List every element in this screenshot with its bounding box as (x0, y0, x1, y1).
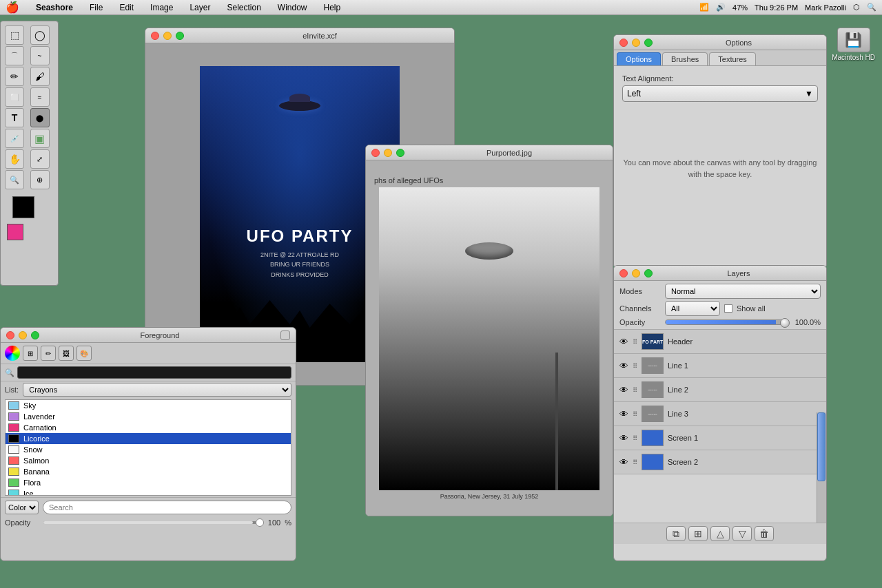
options-close-button[interactable] (619, 39, 628, 47)
layer-line2[interactable]: 👁 ⠿ ········ Line 2 (614, 378, 826, 402)
layers-scrollbar[interactable] (817, 412, 826, 523)
rect-select-tool[interactable]: ⬚ (5, 25, 24, 45)
channels-select[interactable]: All (665, 301, 720, 316)
delete-layer-button[interactable]: 🗑 (755, 526, 774, 541)
layers-max-button[interactable] (644, 269, 653, 277)
tab-options[interactable]: Options (617, 52, 661, 65)
app-name[interactable]: Seashore (33, 3, 76, 12)
image-menu[interactable]: Image (147, 3, 176, 12)
layer-thumb-line3: ········ (642, 406, 664, 422)
fg-search-input[interactable] (17, 366, 291, 379)
help-menu[interactable]: Help (321, 3, 344, 12)
color-lavender[interactable]: Lavender (6, 411, 291, 422)
fg-collapse-button[interactable] (280, 330, 290, 340)
layer-header[interactable]: 👁 ⠿ UFO PARTY Header (614, 330, 826, 354)
add-layer-button[interactable]: ⊞ (688, 526, 708, 541)
free-lasso-tool[interactable]: ~ (30, 46, 50, 65)
color-snow[interactable]: Snow (6, 444, 291, 455)
options-min-button[interactable] (632, 39, 640, 47)
mac-hd-icon[interactable]: 💾 Macintosh HD (832, 28, 875, 61)
layer-eye-line2[interactable]: 👁 (619, 385, 628, 395)
show-all-checkbox[interactable] (724, 304, 732, 313)
text-tool[interactable]: T (5, 108, 24, 127)
purported-min-button[interactable] (384, 149, 392, 157)
crayon-icon[interactable]: ✏ (41, 346, 56, 361)
layers-close-button[interactable] (619, 269, 628, 277)
move-tool[interactable]: ⤢ (30, 149, 50, 169)
close-button[interactable] (151, 32, 159, 40)
selection-menu[interactable]: Selection (224, 3, 263, 12)
move-up-button[interactable]: △ (710, 526, 730, 541)
eyedropper-tool[interactable]: 💉 (5, 129, 24, 148)
duplicate-layer-button[interactable]: ⧉ (666, 526, 686, 541)
color-ice[interactable]: Ice (6, 488, 291, 496)
hand-tool[interactable]: ✋ (5, 149, 24, 169)
layer-eye-line1[interactable]: 👁 (619, 361, 628, 371)
maximize-button[interactable] (176, 32, 184, 40)
move-down-button[interactable]: ▽ (732, 526, 752, 541)
file-menu[interactable]: File (87, 3, 105, 12)
eraser-tool[interactable]: ⬜ (5, 87, 24, 107)
zoom-tool[interactable]: 🔍 (5, 170, 24, 189)
layer-eye-screen2[interactable]: 👁 (619, 457, 628, 468)
color-salmon[interactable]: Salmon (6, 455, 291, 466)
fg-max-button[interactable] (31, 331, 39, 339)
purported-close-button[interactable] (371, 149, 380, 157)
edit-menu[interactable]: Edit (116, 3, 136, 12)
fg-list-select[interactable]: Crayons Web Safe (23, 383, 291, 397)
fg-min-button[interactable] (19, 331, 27, 339)
color-carnation[interactable]: Carnation (6, 422, 291, 433)
tab-brushes[interactable]: Brushes (662, 52, 708, 65)
image-icon[interactable]: 🖼 (59, 346, 74, 361)
color-sky[interactable]: Sky (6, 400, 291, 411)
layers-scrollbar-thumb[interactable] (817, 412, 825, 481)
foreground-color-swatch[interactable] (12, 196, 34, 218)
background-color-swatch[interactable] (7, 224, 23, 240)
fg-bottom-search[interactable] (43, 501, 291, 514)
color-flora[interactable]: Flora (6, 477, 291, 488)
swatches-icon[interactable]: ⊞ (23, 346, 38, 361)
layer-line3[interactable]: 👁 ⠿ ········ Line 3 (614, 402, 826, 426)
opacity-thumb[interactable] (780, 318, 790, 328)
poster-sub-text: 2NITE @ 22 ATTROALE RD BRING UR FRIENDS … (200, 250, 400, 280)
color-list[interactable]: Sky Lavender Carnation Licorice Snow Sal… (5, 399, 291, 496)
smudge-tool[interactable]: ≈ (30, 87, 50, 107)
layer-eye-screen1[interactable]: 👁 (619, 433, 628, 443)
layer-eye-header[interactable]: 👁 (619, 337, 628, 347)
fg-close-button[interactable] (6, 331, 14, 339)
tab-textures[interactable]: Textures (709, 52, 756, 65)
color-licorice[interactable]: Licorice (6, 433, 291, 444)
fg-color-select[interactable]: Color (5, 501, 39, 514)
ellipse-select-tool[interactable]: ◯ (30, 25, 50, 45)
apple-menu[interactable]: 🍎 (6, 1, 19, 14)
palette-icon[interactable]: 🎨 (76, 346, 92, 361)
layers-min-button[interactable] (632, 269, 640, 277)
fg-opacity-slider[interactable] (43, 521, 264, 524)
layer-screen1[interactable]: 👁 ⠿ Screen 1 (614, 426, 826, 450)
options-max-button[interactable] (644, 39, 653, 47)
modes-select[interactable]: Normal Multiply Screen (665, 284, 821, 299)
color-banana[interactable]: Banana (6, 466, 291, 477)
purported-max-button[interactable] (396, 149, 404, 157)
minimize-button[interactable] (163, 32, 172, 40)
warp-tool[interactable]: ⬤ (30, 108, 50, 127)
opacity-slider[interactable] (665, 319, 789, 325)
window-menu[interactable]: Window (275, 3, 310, 12)
text-alignment-dropdown[interactable]: Left ▼ (622, 85, 818, 102)
fg-color-dropdown[interactable]: Color (5, 501, 39, 514)
transform-tool[interactable]: ⊕ (30, 170, 50, 189)
text-alignment-value: Left (627, 89, 641, 98)
color-wheel-icon[interactable] (5, 346, 20, 361)
modes-label: Modes (619, 287, 661, 295)
layer-screen2[interactable]: 👁 ⠿ Screen 2 (614, 450, 826, 474)
layer-eye-line3[interactable]: 👁 (619, 409, 628, 419)
fill-tool[interactable]: ▣ (30, 129, 50, 148)
fg-list-label: List: (5, 386, 19, 394)
layer-line1[interactable]: 👁 ⠿ ········ Line 1 (614, 354, 826, 378)
pencil-tool[interactable]: ✏ (5, 67, 24, 86)
brush-tool[interactable]: 🖌 (30, 67, 50, 86)
layer-menu[interactable]: Layer (187, 3, 213, 12)
lasso-tool[interactable]: ⌒ (5, 46, 24, 65)
search-icon[interactable]: 🔍 (867, 3, 876, 12)
channels-label: Channels (619, 304, 661, 313)
